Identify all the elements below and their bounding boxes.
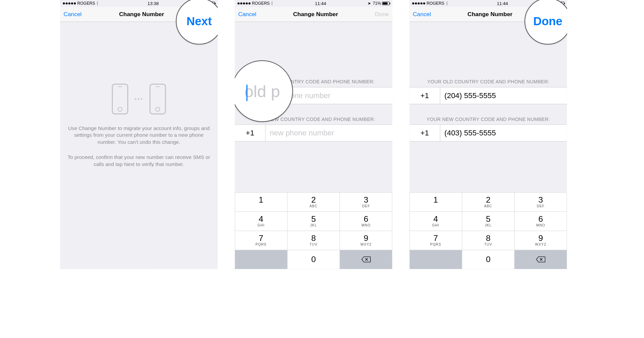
- clock: 13:38: [147, 1, 158, 6]
- cancel-button[interactable]: Cancel: [413, 11, 431, 17]
- keypad-5[interactable]: 5JKL: [287, 212, 339, 230]
- clock: 11:44: [315, 1, 326, 6]
- new-number-row: +1 (403) 555-5555: [409, 124, 567, 141]
- done-button-disabled: Done: [375, 11, 389, 17]
- cancel-button[interactable]: Cancel: [238, 11, 256, 17]
- battery-percent: 71%: [373, 1, 381, 6]
- nav-title: Change Number: [293, 11, 338, 17]
- keypad-2[interactable]: 2ABC: [462, 193, 514, 211]
- old-number-row: +1 (204) 555-5555: [409, 87, 567, 104]
- new-number-label: YOUR NEW COUNTRY CODE AND PHONE NUMBER:: [409, 116, 567, 122]
- new-phone-input[interactable]: (403) 555-5555: [440, 125, 567, 141]
- intro-paragraph-2: To proceed, confirm that your new number…: [66, 154, 211, 168]
- keypad-5[interactable]: 5JKL: [462, 212, 514, 230]
- signal-dots-icon: [63, 2, 76, 4]
- keypad-0[interactable]: 0: [287, 250, 339, 269]
- nav-title: Change Number: [467, 11, 512, 17]
- new-country-code-input[interactable]: +1: [409, 125, 440, 141]
- phone-icon: [112, 84, 128, 115]
- numeric-keypad: 1 2ABC 3DEF 4GHI 5JKL 6MNO 7PQRS 8TUV 9W…: [235, 192, 392, 269]
- new-number-row: +1 new phone number: [235, 124, 392, 141]
- carrier-label: ROGERS: [426, 1, 444, 6]
- keypad-delete[interactable]: [340, 250, 392, 269]
- carrier-label: ROGERS: [252, 1, 270, 6]
- keypad-8[interactable]: 8TUV: [287, 231, 339, 250]
- keypad-1[interactable]: 1: [410, 193, 462, 211]
- location-icon: ➤: [368, 1, 371, 6]
- nav-title: Change Number: [119, 11, 164, 17]
- screen-enter-numbers: ROGERS ⧙ 11:44 ➤71% Cancel Change Number…: [235, 0, 392, 269]
- input-zoom-text: old p: [244, 82, 280, 100]
- new-country-code-input[interactable]: +1: [235, 125, 266, 141]
- carrier-label: ROGERS: [77, 1, 95, 6]
- keypad-6[interactable]: 6MNO: [340, 212, 392, 230]
- keypad-delete[interactable]: [515, 250, 567, 269]
- screen-intro: ROGERS ⧙ 13:38 Cancel Change Number Next…: [60, 0, 218, 269]
- old-country-code-input[interactable]: +1: [409, 87, 440, 104]
- clock: 11:44: [497, 1, 508, 6]
- battery-indicator: ➤71%: [368, 1, 389, 6]
- wifi-icon: ⧙: [96, 1, 99, 6]
- status-bar: ROGERS ⧙ 11:44 ➤71%: [235, 0, 392, 7]
- backspace-icon: [536, 256, 546, 263]
- new-phone-input[interactable]: new phone number: [266, 125, 392, 141]
- keypad-7[interactable]: 7PQRS: [235, 231, 287, 250]
- keypad-4[interactable]: 4GHI: [235, 212, 287, 230]
- wifi-icon: ⧙: [446, 1, 448, 6]
- keypad-3[interactable]: 3DEF: [340, 193, 392, 211]
- dots-icon: •••: [134, 95, 143, 103]
- old-phone-input[interactable]: (204) 555-5555: [440, 87, 567, 104]
- keypad-blank: [235, 250, 287, 269]
- text-cursor-icon: [246, 84, 247, 101]
- backspace-icon: [361, 256, 371, 263]
- keypad-7[interactable]: 7PQRS: [410, 231, 462, 250]
- keypad-0[interactable]: 0: [462, 250, 514, 269]
- nav-bar: Cancel Change Number Done: [235, 7, 392, 22]
- keypad-9[interactable]: 9WXYZ: [340, 231, 392, 250]
- screen-filled-numbers: ROGERS ⧙ 11:44 Cancel Change Number Done…: [409, 0, 567, 269]
- signal-dots-icon: [237, 2, 250, 4]
- next-zoom-label: Next: [187, 14, 212, 28]
- numeric-keypad: 1 2ABC 3DEF 4GHI 5JKL 6MNO 7PQRS 8TUV 9W…: [409, 192, 567, 269]
- intro-paragraph-1: Use Change Number to migrate your accoun…: [66, 125, 211, 145]
- transfer-illustration: •••: [66, 84, 211, 115]
- phone-icon: [149, 84, 166, 115]
- keypad-6[interactable]: 6MNO: [515, 212, 567, 230]
- keypad-1[interactable]: 1: [235, 193, 287, 211]
- keypad-4[interactable]: 4GHI: [410, 212, 462, 230]
- keypad-2[interactable]: 2ABC: [287, 193, 339, 211]
- done-zoom-label: Done: [533, 14, 562, 28]
- keypad-9[interactable]: 9WXYZ: [515, 231, 567, 250]
- signal-dots-icon: [412, 2, 425, 4]
- keypad-8[interactable]: 8TUV: [462, 231, 514, 250]
- keypad-3[interactable]: 3DEF: [515, 193, 567, 211]
- wifi-icon: ⧙: [271, 1, 273, 6]
- cancel-button[interactable]: Cancel: [63, 11, 82, 17]
- old-number-label: YOUR OLD COUNTRY CODE AND PHONE NUMBER:: [409, 79, 567, 85]
- keypad-blank: [410, 250, 462, 269]
